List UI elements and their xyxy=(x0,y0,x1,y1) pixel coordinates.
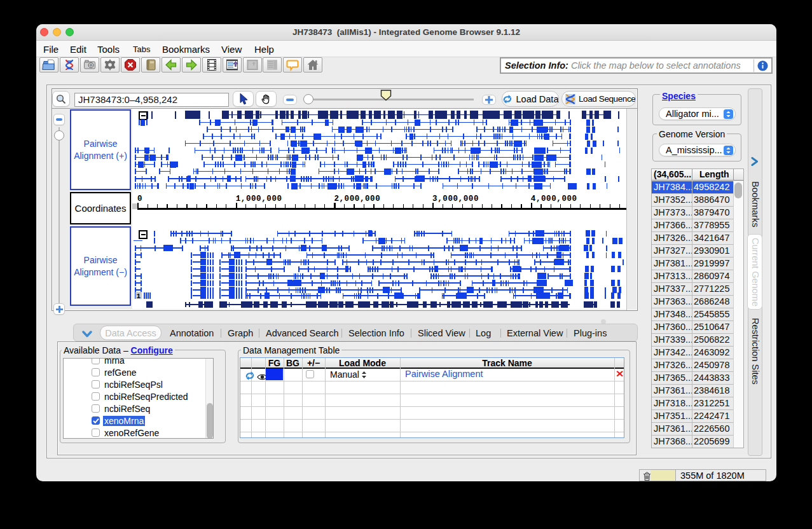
svg-text:0: 0 xyxy=(137,195,142,203)
svg-text:3,000,000: 3,000,000 xyxy=(432,195,479,203)
svg-text:1: 1 xyxy=(137,292,141,300)
svg-text:2,000,000: 2,000,000 xyxy=(334,195,380,203)
svg-text:4,000,000: 4,000,000 xyxy=(531,195,577,203)
svg-text:1,000,000: 1,000,000 xyxy=(236,195,282,203)
